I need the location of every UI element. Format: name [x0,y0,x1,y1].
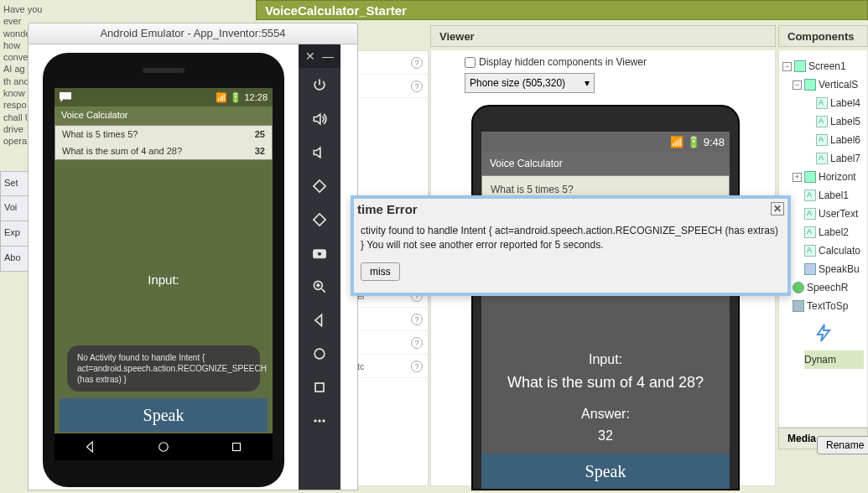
button-icon [804,263,816,275]
rotate-left-icon[interactable] [310,177,329,195]
volume-down-icon[interactable] [310,143,329,162]
viewer-app-title: Voice Calculator [481,152,730,175]
chevron-down-icon: ▾ [585,77,590,89]
tree-screen1[interactable]: −Screen1 [782,57,864,75]
emulator-close-icon[interactable]: ✕ [305,49,315,63]
viewer-speak-button[interactable]: Speak [481,454,730,489]
tree-label: Label4 [830,97,860,109]
svg-point-11 [323,420,325,423]
tree-label: Screen1 [808,60,846,72]
tree-label: VerticalS [819,79,858,91]
nav-recent-icon[interactable] [229,439,244,454]
viewer-panel-header: Viewer [430,25,776,47]
tree-texttosp[interactable]: TextToSp [793,297,864,315]
tree-dynam[interactable]: Dynam [804,350,864,369]
toolbar-recent-icon[interactable] [310,378,329,397]
rename-button[interactable]: Rename [817,436,868,454]
tree-label2[interactable]: Label2 [804,223,864,241]
palette-item[interactable]: ? [352,51,428,75]
viewer-history-q1: What is 5 times 5? [491,184,574,195]
lightning-icon [813,320,834,345]
tree-usertext[interactable]: UserText [804,205,864,223]
tree-label: Label7 [830,153,860,164]
error-dialog-title: time Error [357,202,418,216]
tree-label: Label6 [830,134,860,146]
collapse-icon[interactable]: − [793,80,802,90]
toolbar-home-icon[interactable] [310,345,329,363]
svg-point-5 [318,252,322,256]
viewer-answer-value: 32 [598,428,613,444]
layout-icon [804,171,816,183]
more-icon[interactable] [310,412,329,430]
tree-label6[interactable]: Label6 [816,131,864,149]
error-dismiss-button[interactable]: miss [361,262,400,281]
tree-label: Label5 [830,116,860,127]
help-icon[interactable]: ? [411,57,423,69]
collapse-icon[interactable]: − [782,62,792,71]
rotate-right-icon[interactable] [310,210,329,229]
svg-point-10 [319,420,321,423]
runtime-error-dialog: time Error ✕ ctivity found to handle Int… [351,195,791,296]
nav-back-icon[interactable] [83,439,98,454]
phone-size-select[interactable]: Phone size (505,320) ▾ [465,73,595,93]
volume-up-icon[interactable] [310,110,329,128]
tree-label: UserText [819,208,858,220]
help-icon[interactable]: ? [411,80,423,92]
viewer-answer-label: Answer: [581,407,630,422]
tree-speechr[interactable]: SpeechR [793,278,864,297]
emulator-history-box: What is 5 times 5?25 What is the sum of … [55,125,273,160]
emulator-input-label: Input: [148,272,179,287]
label-icon [804,226,816,238]
label-icon [816,97,828,109]
tree-label7[interactable]: Label7 [816,149,864,168]
phone-size-value: Phone size (505,320) [470,77,565,89]
tree-label4[interactable]: Label4 [816,94,864,112]
tree-label: Label1 [819,189,849,201]
help-icon[interactable]: ? [411,337,423,349]
expand-icon[interactable]: + [793,173,802,182]
emulator-window-title: Android Emulator - App_Inventor:5554 [28,23,358,44]
em-a1: 25 [255,129,265,139]
tree-label: Horizont [819,171,856,183]
camera-icon[interactable] [310,244,329,262]
tree-calculato[interactable]: Calculato [804,241,864,260]
emulator-speak-button[interactable]: Speak [60,398,268,432]
emulator-phone-frame: 📶 🔋 12:28 Voice Calculator What is 5 tim… [43,53,284,487]
palette-item[interactable]: tc? [352,355,428,378]
emulator-minimize-icon[interactable]: — [322,49,334,63]
tree-horizont[interactable]: +Horizont [793,168,864,186]
screen-icon [794,60,806,72]
svg-rect-2 [314,180,325,192]
nav-home-icon[interactable] [156,439,171,454]
label-icon [816,134,828,146]
help-icon[interactable]: ? [411,361,423,372]
viewer-phone-screen: 📶 🔋 9:48 Voice Calculator What is 5 time… [481,132,730,489]
tree-label1[interactable]: Label1 [804,186,864,205]
palette-item[interactable]: ? [352,308,428,331]
em-q2: What is the sum of 4 and 28? [62,146,182,156]
power-icon[interactable] [310,76,329,95]
signal-icon: 📶 [216,92,227,103]
emulator-app-title: Voice Calculator [55,106,273,125]
svg-point-9 [314,420,317,423]
emulator-navbar [55,433,273,460]
label-icon [816,153,828,164]
zoom-icon[interactable] [310,278,329,296]
toolbar-back-icon[interactable] [310,311,329,330]
tree-speakbu[interactable]: SpeakBu [804,260,864,278]
tree-label5[interactable]: Label5 [816,112,864,131]
hidden-components-label: Display hidden components in Viewer [479,56,647,68]
tree-label: TextToSp [807,300,848,312]
emulator-window: Android Emulator - App_Inventor:5554 📶 🔋… [28,23,358,490]
label-icon [804,208,816,220]
palette-item[interactable]: ? [352,331,428,355]
hidden-components-checkbox-row[interactable]: Display hidden components in Viewer [465,56,647,68]
hidden-components-checkbox[interactable] [465,57,476,68]
palette-item[interactable]: ? [352,75,428,98]
tree-vertical[interactable]: −VerticalS [793,75,864,94]
emulator-toolbar: ✕ — [299,44,340,490]
viewer-status-time: 9:48 [704,136,725,148]
help-icon[interactable]: ? [411,314,423,325]
error-close-button[interactable]: ✕ [771,202,784,215]
viewer-input-label: Input: [589,352,622,367]
